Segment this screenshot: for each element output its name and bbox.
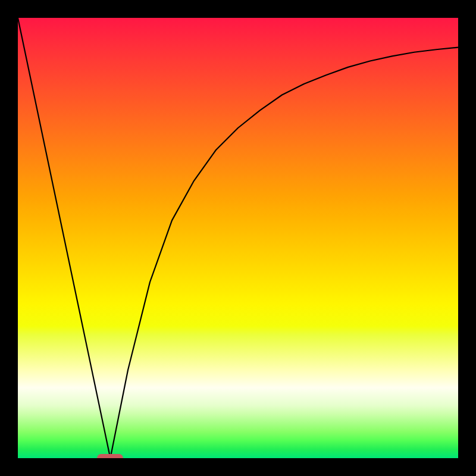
svg-rect-1 (0, 458, 476, 476)
plot-area (18, 18, 458, 458)
watermark-text: TheBottleneck.com (334, 2, 471, 19)
svg-rect-3 (458, 0, 476, 476)
trough-marker (97, 454, 123, 462)
svg-rect-2 (0, 0, 18, 476)
